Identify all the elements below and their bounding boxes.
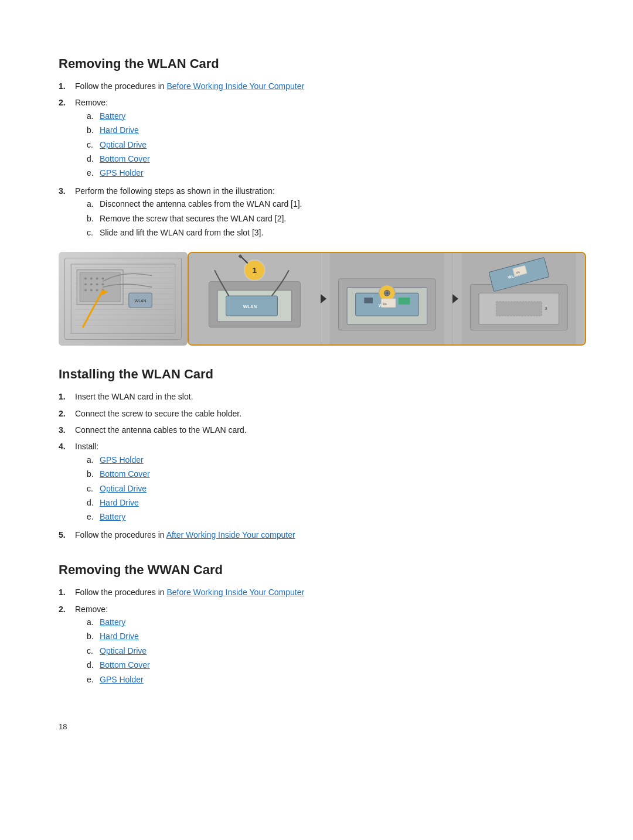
gps-holder-link-3[interactable]: GPS Holder	[100, 673, 144, 686]
wwan-step-2: Remove: Battery Hard Drive Optical Drive…	[59, 603, 586, 687]
sub-item: Slide and lift the WLAN card from the sl…	[87, 226, 586, 239]
svg-point-7	[84, 284, 87, 286]
wwan-step-1-content: Follow the procedures in Before Working …	[75, 586, 586, 599]
sub-item: GPS Holder	[87, 453, 586, 466]
svg-point-3	[84, 278, 87, 280]
svg-rect-38	[364, 298, 373, 303]
sub-item: Remove the screw that secures the WLAN c…	[87, 212, 586, 225]
svg-point-5	[96, 278, 98, 280]
section-title-removing-wlan: Removing the WLAN Card	[59, 56, 586, 71]
optical-drive-link-2[interactable]: Optical Drive	[100, 482, 147, 495]
sub-item: Hard Drive	[87, 496, 586, 509]
wwan-step-1: Follow the procedures in Before Working …	[59, 586, 586, 599]
illustration-panel-3: WLAN U4 3	[453, 253, 585, 344]
before-working-link-2[interactable]: Before Working Inside Your Computer	[166, 588, 304, 597]
illustration-right-panel: WLAN 1 WLAN	[188, 252, 586, 346]
svg-text:1: 1	[252, 266, 257, 275]
svg-rect-2	[80, 273, 120, 302]
sub-item: Hard Drive	[87, 630, 586, 643]
install-step-1: Insert the WLAN card in the slot.	[59, 390, 586, 403]
install-step-4-content: Install: GPS Holder Bottom Cover Optical…	[75, 440, 586, 524]
installing-wlan-steps: Insert the WLAN card in the slot. Connec…	[59, 390, 586, 541]
wwan-remove-list: Battery Hard Drive Optical Drive Bottom …	[87, 616, 586, 686]
sub-item: Optical Drive	[87, 138, 586, 151]
illustration-steps: Disconnect the antenna cables from the W…	[87, 197, 586, 239]
sub-item: Battery	[87, 510, 586, 523]
install-step-2-content: Connect the screw to secure the cable ho…	[75, 407, 586, 420]
step-2-content: Remove: Battery Hard Drive Optical Drive…	[75, 96, 586, 180]
wlan-illustration: WLAN WLAN 1	[59, 252, 586, 346]
svg-point-9	[96, 284, 98, 286]
step-1: Follow the procedures in Before Working …	[59, 80, 586, 93]
battery-link-3[interactable]: Battery	[100, 616, 125, 629]
svg-text:WLAN: WLAN	[243, 304, 257, 309]
illustration-panel-1: WLAN 1	[189, 253, 321, 344]
hard-drive-link-3[interactable]: Hard Drive	[100, 630, 139, 643]
step-3-content: Perform the following steps as shown in …	[75, 185, 586, 241]
install-step-1-content: Insert the WLAN card in the slot.	[75, 390, 586, 403]
sub-item: Bottom Cover	[87, 152, 586, 165]
section-title-installing-wlan: Installing the WLAN Card	[59, 367, 586, 382]
install-step-2: Connect the screw to secure the cable ho…	[59, 407, 586, 420]
step-1-content: Follow the procedures in Before Working …	[75, 80, 586, 93]
hard-drive-link-1[interactable]: Hard Drive	[100, 124, 139, 136]
gps-holder-link-1[interactable]: GPS Holder	[100, 166, 144, 179]
bottom-cover-link-3[interactable]: Bottom Cover	[100, 658, 150, 671]
after-working-link[interactable]: After Working Inside Your computer	[166, 530, 295, 539]
sub-item: Disconnect the antenna cables from the W…	[87, 197, 586, 210]
install-step-3-content: Connect the antenna cables to the WLAN c…	[75, 424, 586, 436]
sub-item: Battery	[87, 616, 586, 629]
sub-item: GPS Holder	[87, 166, 586, 179]
svg-point-6	[102, 278, 104, 280]
removing-wwan-steps: Follow the procedures in Before Working …	[59, 586, 586, 687]
svg-text:WLAN: WLAN	[135, 299, 147, 303]
step-3: Perform the following steps as shown in …	[59, 185, 586, 241]
arrow-right-2	[452, 294, 458, 303]
sub-item: Battery	[87, 110, 586, 122]
install-step-3: Connect the antenna cables to the WLAN c…	[59, 424, 586, 436]
battery-link-1[interactable]: Battery	[100, 110, 125, 122]
sub-item: Bottom Cover	[87, 658, 586, 671]
sub-item: GPS Holder	[87, 673, 586, 686]
wwan-step-2-content: Remove: Battery Hard Drive Optical Drive…	[75, 603, 586, 687]
bottom-cover-link-1[interactable]: Bottom Cover	[100, 152, 150, 165]
battery-link-2[interactable]: Battery	[100, 510, 125, 523]
svg-point-8	[90, 284, 93, 286]
svg-rect-39	[399, 298, 410, 305]
sub-item: Hard Drive	[87, 124, 586, 136]
bottom-cover-link-2[interactable]: Bottom Cover	[100, 467, 150, 480]
svg-point-12	[90, 289, 93, 292]
sub-item: Optical Drive	[87, 482, 586, 495]
svg-text:3: 3	[545, 306, 547, 312]
optical-drive-link-1[interactable]: Optical Drive	[100, 138, 147, 151]
before-working-link-1[interactable]: Before Working Inside Your Computer	[166, 81, 304, 91]
step-2: Remove: Battery Hard Drive Optical Drive…	[59, 96, 586, 180]
hard-drive-link-2[interactable]: Hard Drive	[100, 496, 139, 509]
gps-holder-link-2[interactable]: GPS Holder	[100, 453, 144, 466]
install-list: GPS Holder Bottom Cover Optical Drive Ha…	[87, 453, 586, 524]
illustration-panel-2: WLAN 2 U4	[321, 253, 454, 344]
svg-text:U4: U4	[383, 303, 387, 306]
remove-list-1: Battery Hard Drive Optical Drive Bottom …	[87, 110, 586, 180]
arrow-right-1	[321, 294, 326, 303]
removing-wlan-steps: Follow the procedures in Before Working …	[59, 80, 586, 240]
install-step-5-content: Follow the procedures in After Working I…	[75, 528, 586, 541]
svg-point-4	[90, 278, 93, 280]
svg-point-11	[84, 289, 87, 292]
install-step-5: Follow the procedures in After Working I…	[59, 528, 586, 541]
page-number: 18	[59, 722, 586, 731]
optical-drive-link-3[interactable]: Optical Drive	[100, 644, 147, 657]
svg-point-13	[96, 289, 98, 292]
install-step-4: Install: GPS Holder Bottom Cover Optical…	[59, 440, 586, 524]
sub-item: Optical Drive	[87, 644, 586, 657]
sub-item: Bottom Cover	[87, 467, 586, 480]
svg-point-10	[102, 284, 104, 286]
section-title-removing-wwan: Removing the WWAN Card	[59, 562, 586, 578]
svg-rect-45	[496, 302, 542, 316]
illustration-left-panel: WLAN	[59, 252, 188, 346]
